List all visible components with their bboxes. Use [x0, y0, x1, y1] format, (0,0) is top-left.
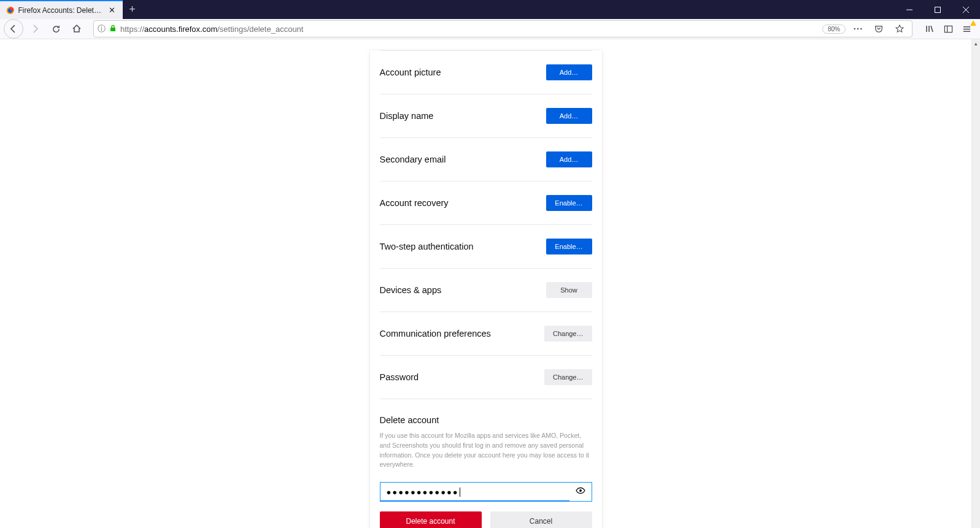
firefox-icon	[6, 6, 15, 15]
tab-title: Firefox Accounts: Delete accou	[18, 6, 104, 15]
browser-tab-active[interactable]: Firefox Accounts: Delete accou ✕	[0, 0, 123, 19]
settings-row-label: Account picture	[380, 67, 441, 77]
settings-row-action-button[interactable]: Add…	[546, 151, 592, 167]
bookmark-star-icon[interactable]	[891, 20, 908, 37]
tab-strip: Firefox Accounts: Delete accou ✕ +	[0, 0, 142, 19]
password-mask: ●●●●●●●●●●●●	[387, 488, 459, 497]
site-info-icon[interactable]: ⓘ	[98, 23, 106, 34]
app-menu-button[interactable]	[958, 20, 975, 37]
library-icon[interactable]	[921, 20, 938, 37]
cancel-button[interactable]: Cancel	[490, 511, 592, 528]
settings-row: Account pictureAdd…	[380, 50, 592, 94]
settings-row: PasswordChange…	[380, 356, 592, 399]
vertical-scrollbar[interactable]: ▴	[971, 39, 980, 528]
new-tab-button[interactable]: +	[123, 0, 142, 19]
delete-account-section: Delete account If you use this account f…	[380, 399, 592, 528]
warning-badge-icon	[970, 20, 976, 26]
delete-action-row: Delete account Cancel	[380, 511, 592, 528]
window-maximize-button[interactable]	[924, 0, 952, 19]
window-minimize-button[interactable]	[895, 0, 924, 19]
svg-rect-6	[110, 28, 115, 31]
svg-point-7	[854, 28, 855, 29]
settings-row: Secondary emailAdd…	[380, 138, 592, 182]
settings-row-label: Password	[380, 372, 419, 382]
settings-row: Account recoveryEnable…	[380, 182, 592, 225]
settings-row-label: Display name	[380, 111, 434, 121]
svg-rect-13	[944, 26, 952, 32]
settings-row-label: Account recovery	[380, 198, 449, 208]
scroll-up-arrow-icon[interactable]: ▴	[972, 39, 980, 48]
settings-row-action-button[interactable]: Add…	[546, 64, 592, 80]
settings-row-action-button[interactable]: Enable…	[546, 195, 592, 211]
url-bar[interactable]: ⓘ https://accounts.firefox.com/settings/…	[93, 20, 912, 37]
window-controls	[895, 0, 980, 19]
svg-point-8	[857, 28, 858, 29]
back-button[interactable]	[4, 19, 23, 39]
tab-close-icon[interactable]: ✕	[107, 6, 117, 15]
show-password-icon[interactable]	[576, 486, 585, 498]
reload-button[interactable]	[47, 20, 65, 38]
navigation-toolbar: ⓘ https://accounts.firefox.com/settings/…	[0, 19, 980, 39]
settings-row-label: Communication preferences	[380, 329, 491, 339]
delete-account-title: Delete account	[380, 415, 592, 425]
settings-row-action-button[interactable]: Change…	[544, 326, 592, 342]
settings-row-action-button[interactable]: Change…	[544, 369, 592, 385]
settings-card: Account pictureAdd…Display nameAdd…Secon…	[370, 50, 602, 528]
url-text: https://accounts.firefox.com/settings/de…	[120, 25, 819, 34]
pocket-icon[interactable]	[870, 20, 887, 37]
svg-point-18	[579, 489, 582, 492]
settings-row-label: Devices & apps	[380, 285, 442, 295]
settings-row: Display nameAdd…	[380, 94, 592, 138]
settings-row-action-button[interactable]: Add…	[546, 108, 592, 124]
password-input[interactable]: ●●●●●●●●●●●●	[380, 482, 592, 502]
page-actions-icon[interactable]	[849, 20, 866, 37]
page-viewport: Account pictureAdd…Display nameAdd…Secon…	[0, 39, 971, 528]
forward-button[interactable]	[26, 20, 44, 38]
settings-row-action-button[interactable]: Enable…	[546, 239, 592, 254]
svg-rect-3	[935, 7, 941, 12]
settings-row: Two-step authenticationEnable…	[380, 225, 592, 269]
svg-point-9	[860, 28, 862, 29]
toolbar-right-group	[920, 20, 976, 37]
svg-line-12	[931, 26, 933, 32]
home-button[interactable]	[68, 20, 86, 38]
settings-row: Communication preferencesChange…	[380, 312, 592, 356]
zoom-level-badge[interactable]: 80%	[822, 25, 846, 34]
delete-account-description: If you use this account for Mozilla apps…	[380, 431, 592, 470]
lock-icon[interactable]	[109, 25, 117, 34]
sidebar-icon[interactable]	[939, 20, 957, 37]
delete-account-button[interactable]: Delete account	[380, 511, 482, 528]
settings-row-label: Two-step authentication	[380, 242, 474, 251]
window-titlebar: Firefox Accounts: Delete accou ✕ +	[0, 0, 980, 19]
settings-row-action-button[interactable]: Show	[546, 282, 592, 298]
window-close-button[interactable]	[952, 0, 980, 19]
settings-row-label: Secondary email	[380, 155, 446, 164]
settings-row: Devices & appsShow	[380, 269, 592, 312]
text-cursor	[460, 488, 460, 497]
